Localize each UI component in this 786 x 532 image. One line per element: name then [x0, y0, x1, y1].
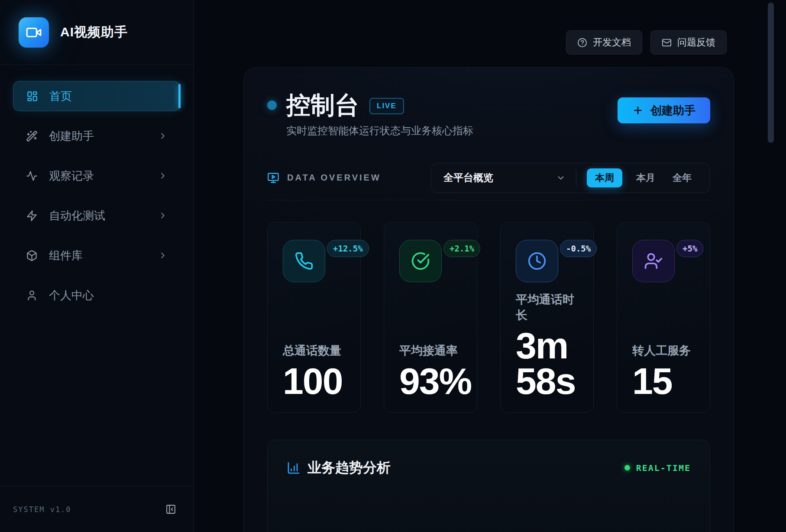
data-overview-heading: DATA OVERVIEW — [267, 172, 381, 184]
circle-check-icon — [399, 240, 442, 282]
tab-week[interactable]: 本周 — [587, 168, 622, 187]
clock-icon — [516, 240, 558, 282]
sidebar-item-home[interactable]: 首页 — [13, 81, 181, 111]
page-subtitle: 实时监控智能体运行状态与业务核心指标 — [286, 124, 473, 138]
dashboard-icon — [26, 90, 38, 102]
app-title: AI视频助手 — [60, 23, 128, 41]
sidebar-footer: SYSTEM v1.0 — [0, 486, 194, 532]
stat-card-total-calls: +12.5% 总通话数量 100 — [267, 222, 361, 413]
trend-badge: +5% — [676, 240, 703, 257]
sidebar-nav: 首页 创建助手 观察记录 自动化测试 — [0, 65, 194, 486]
sidebar-item-component-library[interactable]: 组件库 — [13, 240, 181, 271]
system-version: SYSTEM v1.0 — [13, 505, 71, 514]
chevron-right-icon — [158, 211, 168, 220]
create-assistant-button[interactable]: 创建助手 — [618, 97, 710, 123]
stat-card-human-transfer: +5% 转人工服务 15 — [617, 222, 710, 413]
user-check-icon — [632, 240, 675, 282]
console-panel: 控制台 LIVE 实时监控智能体运行状态与业务核心指标 创建助手 DATA OV… — [243, 67, 734, 532]
sidebar-item-personal-center[interactable]: 个人中心 — [13, 280, 181, 310]
stat-label: 总通话数量 — [283, 343, 352, 358]
sidebar-item-label: 组件库 — [49, 248, 83, 263]
trend-badge: +2.1% — [443, 240, 480, 257]
phone-icon — [283, 240, 325, 282]
live-badge: LIVE — [369, 98, 404, 114]
stats-row: +12.5% 总通话数量 100 +2.1% 平均接通率 93% -0.5% — [267, 222, 710, 413]
sidebar: AI视频助手 首页 创建助手 观察记录 — [0, 0, 194, 532]
sidebar-item-label: 创建助手 — [49, 129, 94, 144]
chevron-right-icon — [158, 131, 168, 141]
chevron-down-icon[interactable] — [556, 173, 566, 183]
plus-icon — [632, 105, 644, 116]
green-dot-icon — [624, 465, 630, 471]
stat-card-avg-duration: -0.5% 平均通话时长 3m58s — [500, 222, 594, 413]
chevron-right-icon — [158, 251, 168, 260]
stat-value: 3m58s — [516, 328, 585, 399]
data-overview-label: DATA OVERVIEW — [287, 173, 381, 183]
console-header: 控制台 LIVE 实时监控智能体运行状态与业务核心指标 创建助手 — [267, 92, 710, 138]
sidebar-item-label: 个人中心 — [49, 288, 94, 303]
stat-label: 平均通话时长 — [516, 292, 585, 323]
stat-value: 93% — [399, 364, 468, 399]
bar-chart-icon — [287, 461, 301, 475]
scrollbar-thumb[interactable] — [768, 3, 774, 143]
activity-icon — [26, 170, 38, 182]
mail-icon — [662, 38, 672, 48]
trend-badge: +12.5% — [327, 240, 369, 257]
feedback-button[interactable]: 问题反馈 — [650, 30, 727, 55]
time-range-tabs: 本周 本月 全年 — [587, 168, 695, 187]
platform-selector: 全平台概览 本周 本月 全年 — [431, 163, 710, 193]
tab-month[interactable]: 本月 — [633, 171, 659, 184]
status-dot — [267, 100, 277, 110]
trend-title: 业务趋势分析 — [307, 458, 391, 477]
divider — [267, 200, 710, 200]
create-assistant-label: 创建助手 — [650, 103, 695, 118]
stat-value: 100 — [283, 364, 352, 399]
dev-docs-label: 开发文档 — [593, 36, 631, 49]
stat-label: 转人工服务 — [632, 343, 701, 358]
realtime-label: REAL-TIME — [636, 463, 691, 473]
stat-label: 平均接通率 — [399, 343, 468, 358]
console-title-block: 控制台 LIVE 实时监控智能体运行状态与业务核心指标 — [286, 92, 473, 138]
dev-docs-button[interactable]: 开发文档 — [566, 30, 642, 55]
divider — [576, 170, 576, 186]
sidebar-item-label: 首页 — [49, 89, 72, 104]
page-title: 控制台 — [286, 92, 359, 119]
realtime-status: REAL-TIME — [624, 463, 691, 473]
topbar: 开发文档 问题反馈 — [566, 30, 727, 55]
video-camera-icon — [26, 24, 42, 41]
feedback-label: 问题反馈 — [677, 36, 715, 49]
chevron-right-icon — [158, 171, 168, 181]
app-logo — [19, 17, 49, 48]
wand-icon — [26, 130, 38, 142]
sidebar-item-observation-log[interactable]: 观察记录 — [13, 161, 181, 191]
trend-badge: -0.5% — [560, 240, 597, 257]
trend-analysis-card: 业务趋势分析 REAL-TIME — [267, 440, 710, 532]
stat-card-answer-rate: +2.1% 平均接通率 93% — [384, 222, 477, 413]
box-icon — [26, 250, 38, 261]
user-icon — [26, 290, 38, 301]
stat-value: 15 — [632, 364, 701, 399]
platform-selector-value[interactable]: 全平台概览 — [443, 171, 493, 184]
zap-icon — [26, 210, 38, 222]
help-circle-icon — [577, 38, 587, 48]
collapse-sidebar-button[interactable] — [165, 504, 176, 515]
tab-year[interactable]: 全年 — [669, 171, 695, 184]
data-overview-row: DATA OVERVIEW 全平台概览 本周 本月 全年 — [267, 163, 710, 193]
sidebar-item-create-assistant[interactable]: 创建助手 — [13, 121, 181, 151]
sidebar-item-automation-test[interactable]: 自动化测试 — [13, 200, 181, 231]
sidebar-item-label: 自动化测试 — [49, 208, 105, 223]
monitor-play-icon — [267, 172, 279, 184]
sidebar-item-label: 观察记录 — [49, 168, 94, 184]
sidebar-header: AI视频助手 — [0, 0, 194, 65]
